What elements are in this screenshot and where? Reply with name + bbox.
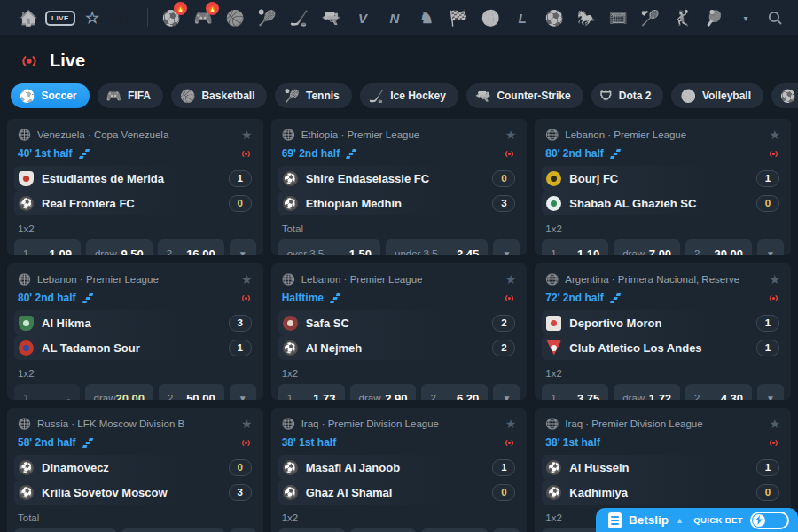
stats-icon[interactable]: [329, 293, 341, 303]
team-row[interactable]: ⚽Krilia Sovetov Moscow3: [14, 480, 256, 505]
sport-badminton-nav-button[interactable]: 🏸: [634, 0, 666, 35]
odds-button[interactable]: over 3.51.50: [278, 239, 380, 255]
more-markets-dropdown[interactable]: ▼: [493, 384, 520, 400]
odds-button[interactable]: under 5.51.60: [121, 528, 223, 532]
team-row[interactable]: AL Tadamon Sour1: [14, 335, 256, 360]
sport-counter-strike-nav-button[interactable]: 🔫: [315, 0, 347, 35]
team-logo-inner: [551, 320, 557, 326]
sport-dota-2-nav-button[interactable]: N: [379, 0, 411, 35]
team-row[interactable]: ⚽Shire Endaselassie FC0: [278, 166, 520, 191]
team-row[interactable]: ⚽Real Frontera FC0: [14, 191, 256, 215]
team-row[interactable]: Shabab AL Ghazieh SC0: [542, 191, 784, 215]
sport-penalty-nav-button[interactable]: 🥅: [602, 0, 634, 35]
sport-soccer-nav-button[interactable]: ⚽🔥: [155, 0, 187, 35]
odds-button[interactable]: 11.73: [278, 384, 345, 400]
stats-icon[interactable]: [345, 148, 357, 159]
favorite-star-icon[interactable]: ★: [241, 272, 253, 286]
sport-handball-nav-button[interactable]: 🤾: [666, 0, 698, 35]
team-row[interactable]: ⚽Ghaz Al Shamal0: [278, 480, 520, 505]
odds-button[interactable]: 11.09: [14, 239, 81, 255]
team-row[interactable]: Club Atletico Los Andes1: [542, 335, 784, 360]
sport-basketball-nav-button[interactable]: 🏀: [219, 0, 251, 35]
odds-button[interactable]: 13.75: [542, 384, 608, 400]
filter-chip-soccer[interactable]: ⚽Soccer: [11, 83, 90, 108]
sport-tennis-nav-button[interactable]: 🎾: [251, 0, 283, 35]
quick-bet-toggle[interactable]: [750, 512, 789, 529]
filter-chip-volleyball[interactable]: 🏐Volleyball: [671, 83, 763, 108]
sport-league-of-legends-nav-button[interactable]: L: [506, 0, 538, 35]
favorites-star-nav-button[interactable]: ☆: [76, 0, 108, 35]
more-markets-dropdown[interactable]: ▼: [230, 384, 256, 400]
team-row[interactable]: ⚽Masafi Al Janoob1: [278, 455, 520, 480]
odds-button[interactable]: 210.00: [421, 528, 488, 532]
stats-icon[interactable]: [609, 148, 622, 159]
team-row[interactable]: ⚽Al Hussein1: [542, 455, 784, 480]
favorite-star-icon[interactable]: ★: [505, 417, 517, 431]
filter-chip-fifa-volta[interactable]: ⚽FIFA: Volta: [771, 83, 798, 108]
filter-chip-ice-hockey[interactable]: 🏒Ice Hockey: [360, 83, 458, 108]
more-markets-dropdown[interactable]: ▼: [230, 528, 256, 532]
more-markets-dropdown[interactable]: ▼: [230, 239, 256, 255]
odds-button[interactable]: draw9.50: [86, 239, 153, 255]
team-row[interactable]: ⚽Kadhimiya0: [542, 480, 784, 505]
sport-chess-nav-button[interactable]: ♞: [411, 0, 442, 35]
odds-button[interactable]: 24.30: [685, 384, 752, 400]
sport-racing-nav-button[interactable]: 🏁: [442, 0, 474, 35]
filter-chip-basketball[interactable]: 🏀Basketball: [171, 83, 268, 108]
favorite-star-icon[interactable]: ★: [769, 272, 780, 286]
more-markets-dropdown[interactable]: ▼: [493, 239, 520, 255]
odds-button[interactable]: 216.00: [158, 239, 224, 255]
favorite-star-icon[interactable]: ★: [769, 417, 780, 431]
favorite-star-icon[interactable]: ★: [241, 417, 253, 431]
team-row[interactable]: ⚽Ethiopian Medhin3: [278, 191, 520, 215]
odds-button[interactable]: draw20.00: [85, 384, 153, 400]
more-sports-caret-nav-button[interactable]: ▾: [730, 0, 762, 35]
stats-icon[interactable]: [78, 148, 90, 159]
odds-button[interactable]: 26.20: [421, 384, 488, 400]
sport-ehorse-racing-nav-button[interactable]: 🐎: [570, 0, 602, 35]
my-bets-nav-button[interactable]: 🗒: [108, 0, 140, 35]
sport-fifa-volta-nav-button[interactable]: ⚽: [538, 0, 570, 35]
more-markets-dropdown[interactable]: ▼: [757, 384, 784, 400]
team-row[interactable]: Deportivo Moron1: [542, 310, 784, 335]
odds-button[interactable]: 250.00: [159, 384, 224, 400]
team-row[interactable]: Al Hikma3: [14, 310, 256, 335]
team-row[interactable]: ⚽Dinamovecz0: [14, 455, 256, 480]
team-row[interactable]: Safa SC2: [278, 310, 520, 335]
search-button[interactable]: [763, 0, 786, 35]
odds-button[interactable]: 230.00: [685, 239, 752, 255]
more-markets-dropdown[interactable]: ▼: [757, 239, 784, 255]
odds-button[interactable]: over 5.52.20: [14, 528, 116, 532]
odds-button[interactable]: 11.10: [542, 239, 608, 255]
team-row[interactable]: Bourj FC1: [542, 166, 784, 191]
favorite-star-icon[interactable]: ★: [505, 272, 517, 286]
team-row[interactable]: Estudiantes de Merida1: [14, 166, 256, 191]
sport-table-tennis-nav-button[interactable]: 🏓: [698, 0, 730, 35]
odds-button[interactable]: draw7.00: [614, 239, 680, 255]
filter-chip-tennis[interactable]: 🎾Tennis: [275, 83, 351, 108]
odds-button[interactable]: 11.28: [278, 528, 345, 532]
stats-icon[interactable]: [82, 437, 94, 448]
live-badge-nav-button[interactable]: LIVE: [44, 0, 76, 35]
sport-fifa-nav-button[interactable]: 🎮🔥: [187, 0, 219, 35]
betslip-bar[interactable]: Betslip ▲ QUICK BET: [596, 508, 798, 532]
sport-valorant-nav-button[interactable]: V: [347, 0, 379, 35]
odds-button[interactable]: under 3.52.45: [386, 239, 488, 255]
odds-button[interactable]: draw5.00: [350, 528, 417, 532]
sport-volleyball-nav-button[interactable]: 🏐: [474, 0, 506, 35]
favorite-star-icon[interactable]: ★: [505, 128, 517, 142]
sport-ice-hockey-nav-button[interactable]: 🏒: [283, 0, 315, 35]
stats-icon[interactable]: [609, 293, 622, 303]
filter-chip-counter-strike[interactable]: 🔫Counter-Strike: [466, 83, 583, 108]
favorite-star-icon[interactable]: ★: [241, 128, 253, 142]
home-nav-button[interactable]: 🏠: [12, 0, 44, 35]
odds-button[interactable]: draw2.90: [350, 384, 417, 400]
filter-chip-fifa[interactable]: 🎮FIFA: [98, 83, 163, 108]
stats-icon[interactable]: [82, 293, 94, 303]
favorite-star-icon[interactable]: ★: [769, 128, 780, 142]
more-markets-dropdown[interactable]: ▼: [493, 528, 520, 532]
filter-chip-dota-2[interactable]: 🛡Dota 2: [591, 83, 664, 108]
team-row[interactable]: ⚽Al Nejmeh2: [278, 335, 520, 360]
betslip-expand-caret-icon[interactable]: ▲: [676, 516, 684, 525]
odds-button[interactable]: draw1.72: [614, 384, 680, 400]
